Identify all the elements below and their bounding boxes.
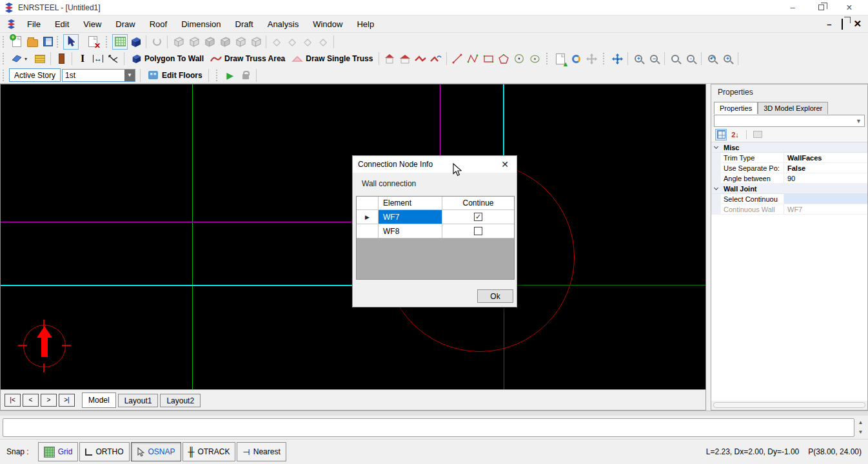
menu-draw[interactable]: Draw: [108, 17, 142, 32]
tab-3d-model-explorer[interactable]: 3D Model Explorer: [758, 102, 828, 114]
continue-checkbox-checked[interactable]: ✓: [474, 213, 482, 221]
iso-view-se-button[interactable]: ◇: [300, 34, 315, 50]
scroll-up-icon[interactable]: ▲: [856, 418, 865, 428]
roof-edit-button[interactable]: [428, 51, 444, 66]
prev-sheet-button[interactable]: <: [23, 394, 39, 407]
category-row-misc[interactable]: Misc: [711, 142, 867, 153]
drawing-canvas[interactable]: Connection Node Info ✕ Wall connection E…: [0, 84, 706, 389]
last-sheet-button[interactable]: >|: [59, 394, 75, 407]
property-row-angle-between[interactable]: Angle between 90: [711, 173, 867, 184]
horizontal-scrollbar[interactable]: [713, 402, 865, 408]
wall-tool-button[interactable]: [9, 51, 25, 66]
next-sheet-button[interactable]: >: [41, 394, 57, 407]
close-icon[interactable]: ×: [843, 2, 855, 14]
iso-view-sw-button[interactable]: ◇: [315, 34, 331, 50]
ortho-toggle[interactable]: ORTHO: [79, 442, 129, 461]
command-input[interactable]: [3, 418, 854, 437]
iso-view-nw-button[interactable]: ◇: [284, 34, 300, 50]
menu-file[interactable]: File: [20, 17, 48, 32]
roof-slope-button[interactable]: [413, 51, 428, 66]
lock-button[interactable]: [238, 68, 253, 83]
menu-help[interactable]: Help: [350, 17, 381, 32]
roof-house-2-button[interactable]: [397, 51, 413, 66]
story-combobox[interactable]: 1st ▼: [62, 69, 135, 82]
restore-icon[interactable]: [815, 2, 827, 14]
toolbar-grip[interactable]: [546, 53, 550, 64]
draw-line-button[interactable]: [449, 51, 465, 66]
toolbar-grip[interactable]: [216, 70, 220, 81]
pan-tool-button[interactable]: [609, 51, 625, 66]
zoom-window-button[interactable]: [667, 51, 683, 66]
move-tool-button[interactable]: [584, 51, 599, 66]
category-row-wall-joint[interactable]: Wall Joint: [711, 184, 867, 194]
property-value[interactable]: 90: [784, 173, 867, 183]
zoom-extents-button[interactable]: ▫: [683, 51, 698, 66]
tab-model[interactable]: Model: [82, 392, 116, 408]
dialog-close-icon[interactable]: ✕: [498, 159, 511, 169]
element-cell[interactable]: WF7: [379, 210, 442, 224]
view-bottom-button[interactable]: [248, 34, 263, 50]
row-selector-cell[interactable]: ▶: [357, 210, 379, 224]
property-row-use-separate[interactable]: Use Separate Po: False: [711, 163, 867, 173]
toolbar-grip[interactable]: [3, 36, 6, 48]
menu-window[interactable]: Window: [306, 17, 350, 32]
zoom-out-button[interactable]: −: [646, 51, 662, 66]
draw-rectangle-button[interactable]: [480, 51, 496, 66]
tab-layout2[interactable]: Layout2: [160, 394, 201, 407]
dimension-tool-button[interactable]: ↔: [90, 51, 106, 66]
first-sheet-button[interactable]: |<: [5, 394, 21, 407]
regenerate-button[interactable]: [568, 51, 584, 66]
new-file-button[interactable]: +: [9, 34, 25, 50]
object-selector-combobox[interactable]: ▼: [714, 115, 865, 127]
snap-grid-toggle[interactable]: Grid: [38, 442, 79, 461]
toolbar-grip[interactable]: [106, 36, 110, 48]
menu-draft[interactable]: Draft: [228, 17, 261, 32]
active-story-button[interactable]: Active Story: [9, 68, 61, 82]
edit-floors-label[interactable]: Edit Floors: [162, 71, 202, 80]
mdi-close-icon[interactable]: ✕: [853, 18, 862, 30]
view-top-button[interactable]: [232, 34, 248, 50]
alphabetical-sort-button[interactable]: 2↓: [729, 129, 741, 140]
draw-ellipse-button[interactable]: [527, 51, 542, 66]
osnap-toggle[interactable]: OSNAP: [131, 442, 181, 461]
property-pages-button[interactable]: [752, 129, 764, 140]
menu-dimension[interactable]: Dimension: [174, 17, 228, 32]
brick-wall-button[interactable]: [32, 51, 48, 66]
draw-circle-button[interactable]: [511, 51, 527, 66]
tab-layout1[interactable]: Layout1: [118, 394, 159, 407]
draw-single-truss-button[interactable]: Draw Single Truss: [288, 53, 376, 64]
view-right-button[interactable]: [217, 34, 232, 50]
draw-polyline-button[interactable]: [465, 51, 480, 66]
categorized-view-button[interactable]: [715, 129, 727, 140]
scroll-down-icon[interactable]: ▼: [856, 427, 865, 437]
toolbar-grip[interactable]: [57, 36, 61, 48]
beam-tool-button[interactable]: I: [75, 51, 90, 66]
view-front-button[interactable]: [170, 34, 186, 50]
toolbar-grip[interactable]: [3, 70, 6, 81]
mdi-minimize-icon[interactable]: –: [827, 19, 831, 29]
zoom-previous-button[interactable]: ↶: [704, 51, 720, 66]
property-row-select-continuous[interactable]: Select Continuou: [711, 194, 867, 204]
solid-view-button[interactable]: [128, 34, 143, 50]
collapse-chevron-icon[interactable]: [714, 144, 718, 149]
table-row[interactable]: WF8: [357, 224, 514, 238]
nearest-toggle[interactable]: ⊣ Nearest: [237, 442, 286, 461]
orbit-view-button[interactable]: [149, 34, 164, 50]
property-row-trim-type[interactable]: Trim Type WallFaces: [711, 153, 867, 163]
view-back-button[interactable]: [186, 34, 201, 50]
leader-tool-button[interactable]: [106, 51, 121, 66]
wall-tool-dropdown-icon[interactable]: ▾: [25, 56, 27, 62]
element-column-header[interactable]: Element: [379, 197, 442, 210]
draw-truss-area-button[interactable]: Draw Truss Area: [207, 53, 288, 64]
tab-properties[interactable]: Properties: [714, 102, 758, 114]
roof-house-button[interactable]: [382, 51, 397, 66]
ok-button[interactable]: Ok: [477, 289, 513, 303]
menu-view[interactable]: View: [76, 17, 108, 32]
save-button[interactable]: [40, 34, 55, 50]
draw-polygon-button[interactable]: [496, 51, 511, 66]
toolbar-grip[interactable]: [3, 53, 6, 64]
continue-checkbox-unchecked[interactable]: [474, 227, 482, 235]
property-value[interactable]: [784, 194, 867, 204]
menu-roof[interactable]: Roof: [143, 17, 174, 32]
run-analysis-button[interactable]: ▶: [222, 68, 238, 83]
